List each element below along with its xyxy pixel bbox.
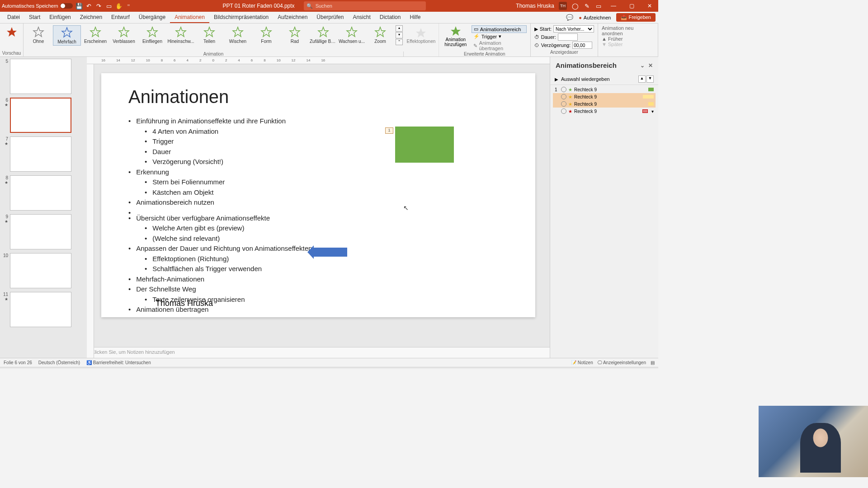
minimize-button[interactable]: —: [607, 1, 620, 10]
anim-pane-close-icon[interactable]: ✕: [648, 62, 653, 69]
edge-icon[interactable]: 🌊: [262, 368, 278, 369]
menu-überprüfen[interactable]: Überprüfen: [312, 12, 348, 23]
notes-button[interactable]: 📝 Notizen: [571, 360, 593, 365]
anim-form[interactable]: Form: [252, 25, 280, 45]
obs-icon[interactable]: ◉: [213, 368, 229, 369]
view-normal-icon[interactable]: ▤: [651, 360, 655, 365]
chrome-icon[interactable]: 🌐: [51, 368, 66, 369]
app6-icon[interactable]: ◯: [246, 368, 261, 369]
menu-zeichnen[interactable]: Zeichnen: [75, 12, 107, 23]
language-indicator[interactable]: Deutsch (Österreich): [38, 360, 80, 365]
delay-spinner[interactable]: 00,00: [572, 42, 592, 49]
app8-icon[interactable]: ▭: [295, 368, 310, 369]
toggle-switch-icon[interactable]: [60, 3, 73, 9]
play-label[interactable]: Auswahl wiedergeben: [561, 76, 610, 82]
notes-pane[interactable]: Klicken Sie, um Notizen hinzuzufügen: [87, 347, 550, 358]
animation-tag[interactable]: 1: [385, 127, 393, 134]
comments-icon[interactable]: 💬: [566, 14, 573, 21]
cloud-icon[interactable]: ◯: [571, 2, 579, 9]
anim-pane-collapse-icon[interactable]: ⌄: [640, 62, 645, 69]
touch-icon[interactable]: ✋: [115, 2, 123, 9]
menu-übergänge[interactable]: Übergänge: [134, 12, 170, 23]
maximize-button[interactable]: ▢: [625, 1, 638, 10]
qat-more-icon[interactable]: ⁼: [125, 2, 132, 9]
firefox-icon[interactable]: 🦊: [34, 368, 50, 369]
slide-thumbnails[interactable]: 56★7★8★9★1011★: [0, 57, 87, 358]
anim-mehrfach[interactable]: Mehrfach: [53, 25, 81, 46]
slide-thumb-10[interactable]: [10, 253, 71, 288]
start-button[interactable]: ⊞: [2, 368, 17, 369]
anim-einfliegen[interactable]: Einfliegen: [138, 25, 166, 45]
vlc-icon[interactable]: ▲: [116, 368, 131, 369]
display-settings-button[interactable]: 🖵 Anzeigeeinstellungen: [598, 360, 646, 365]
anim-zoom[interactable]: Zoom: [366, 25, 394, 45]
redo-icon[interactable]: ↷: [95, 2, 103, 9]
slide-thumb-8[interactable]: [10, 175, 71, 211]
menu-einfügen[interactable]: Einfügen: [45, 12, 75, 23]
move-down-button[interactable]: ▼: [646, 75, 654, 83]
anim-teilen[interactable]: Teilen: [195, 25, 223, 45]
user-avatar[interactable]: TH: [559, 2, 567, 10]
menu-start[interactable]: Start: [24, 12, 45, 23]
slide-thumb-6[interactable]: [10, 98, 71, 133]
move-up-button[interactable]: ▲: [638, 75, 646, 83]
onenote-icon[interactable]: N: [165, 368, 180, 369]
anim-erscheinen[interactable]: Erscheinen: [81, 25, 109, 45]
slide-thumb-7[interactable]: [10, 136, 71, 172]
powerpoint-icon[interactable]: P: [83, 368, 99, 369]
menu-hilfe[interactable]: Hilfe: [405, 12, 425, 23]
slide-thumb-5[interactable]: [10, 59, 71, 94]
record-button[interactable]: ●Aufzeichnen: [576, 14, 613, 21]
app7-icon[interactable]: ▭: [278, 368, 294, 369]
anim-rad[interactable]: Rad: [281, 25, 309, 45]
anim-verblassen[interactable]: Verblassen: [110, 25, 138, 45]
anim-entry-2[interactable]: ★Rechteck 9: [553, 100, 656, 108]
slide-thumb-9[interactable]: [10, 214, 71, 249]
start-select[interactable]: Nach Vorher...: [553, 25, 594, 33]
app3-icon[interactable]: ●: [148, 368, 164, 369]
outlook-icon[interactable]: 📧: [67, 368, 82, 369]
slide-thumb-11[interactable]: [10, 292, 71, 327]
app5-icon[interactable]: ●: [230, 368, 245, 369]
menu-animationen[interactable]: Animationen: [170, 12, 209, 23]
slide-author[interactable]: Thomas Hruska: [156, 299, 213, 308]
duration-spinner[interactable]: [558, 33, 578, 41]
menu-entwurf[interactable]: Entwurf: [107, 12, 134, 23]
draw-icon[interactable]: ✎: [583, 2, 590, 9]
app-icon[interactable]: ◆: [99, 368, 115, 369]
share-button[interactable]: 📤 Freigeben: [616, 13, 656, 22]
save-icon[interactable]: 💾: [75, 2, 83, 9]
blue-arrow-shape[interactable]: [314, 248, 347, 257]
preview-star-icon[interactable]: [6, 26, 18, 38]
anim-ohne[interactable]: Ohne: [24, 25, 52, 45]
trigger-button[interactable]: ⚡Trigger ▾: [472, 33, 527, 40]
menu-datei[interactable]: Datei: [3, 12, 24, 23]
app2-icon[interactable]: ▭: [132, 368, 147, 369]
explorer-icon[interactable]: 📁: [18, 368, 33, 369]
accessibility-indicator[interactable]: ♿ Barrierefreiheit: Untersuchen: [86, 360, 151, 365]
anim-wischen[interactable]: Wischen: [224, 25, 252, 45]
green-rectangle-shape[interactable]: 1: [395, 127, 454, 163]
menu-ansicht[interactable]: Ansicht: [348, 12, 375, 23]
anim-entry-1[interactable]: ★Rechteck 9: [553, 93, 656, 100]
anim-wachsen u...[interactable]: Wachsen u...: [338, 25, 366, 45]
reorder-earlier[interactable]: ▲ Früher: [602, 36, 654, 42]
slide[interactable]: Animationen Einführung in Animationseffe…: [101, 73, 535, 317]
anim-zufällige ba...[interactable]: Zufällige Ba...: [309, 25, 337, 45]
play-icon[interactable]: ▶: [555, 77, 558, 82]
slide-canvas-area[interactable]: Animationen Einführung in Animationseffe…: [87, 64, 550, 347]
app4-icon[interactable]: ◐: [197, 368, 212, 369]
anim-entry-3[interactable]: ★Rechteck 9▾: [553, 108, 656, 115]
gallery-more[interactable]: ▴▾⁼: [396, 25, 403, 45]
close-button[interactable]: ✕: [643, 1, 656, 10]
slide-title[interactable]: Animationen: [128, 87, 508, 107]
window-icon[interactable]: ▭: [595, 2, 602, 9]
add-animation-button[interactable]: Animation hinzufügen: [443, 25, 469, 52]
anim-hineinschw...[interactable]: Hineinschw...: [167, 25, 195, 45]
anim-entry-0[interactable]: 1★Rechteck 9: [553, 86, 656, 93]
slideshow-icon[interactable]: ▭: [105, 2, 113, 9]
autosave-toggle[interactable]: Automatisches Speichern: [2, 3, 73, 9]
search-box[interactable]: 🔍 Suchen: [304, 1, 426, 10]
menu-bildschirmpräsentation[interactable]: Bildschirmpräsentation: [209, 12, 273, 23]
menu-aufzeichnen[interactable]: Aufzeichnen: [273, 12, 312, 23]
